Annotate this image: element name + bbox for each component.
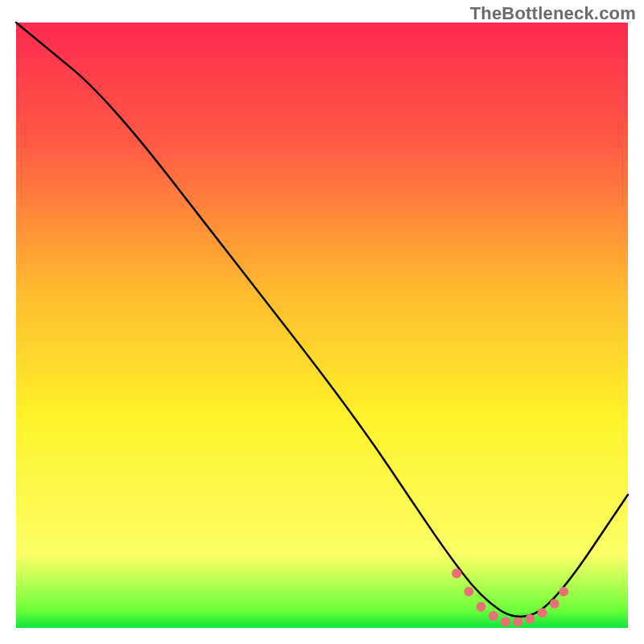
highlight-dot xyxy=(489,611,498,621)
highlight-dot xyxy=(538,608,547,617)
chart-root: TheBottleneck.com xyxy=(0,0,644,644)
watermark-text: TheBottleneck.com xyxy=(470,3,636,24)
highlight-dot xyxy=(477,602,486,612)
highlight-dot xyxy=(464,587,473,597)
highlight-dot xyxy=(559,587,568,597)
plot-background xyxy=(16,23,628,628)
highlight-dot xyxy=(501,617,510,626)
highlight-dot xyxy=(550,599,559,609)
highlight-dot xyxy=(452,568,461,578)
highlight-dot xyxy=(513,617,522,626)
highlight-dot xyxy=(525,614,535,624)
chart-canvas xyxy=(0,0,644,644)
